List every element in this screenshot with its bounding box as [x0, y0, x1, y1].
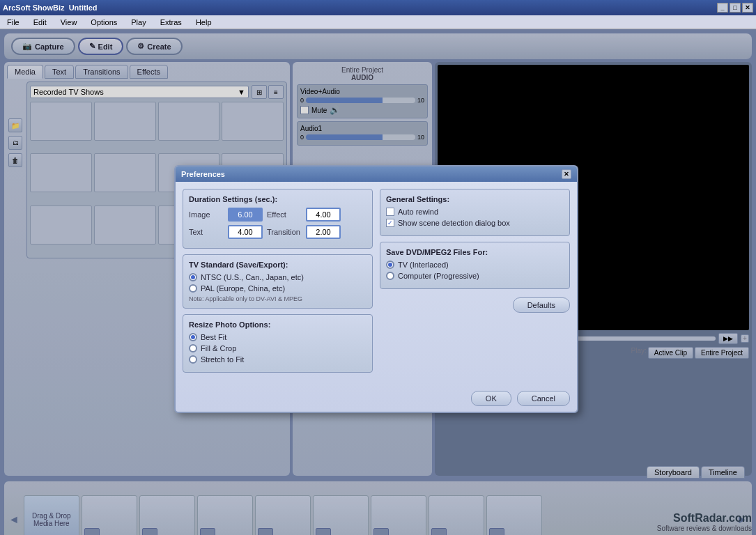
dialog-left-column: Duration Settings (sec.): Image Effect T…	[183, 189, 373, 378]
stretch-radio[interactable]	[189, 355, 197, 364]
tv-standard-section: TV Standard (Save/Export): NTSC (U.S., C…	[183, 254, 373, 309]
computer-row: Computer (Progressive)	[386, 272, 564, 280]
text-input[interactable]	[228, 225, 263, 239]
best-fit-row: Best Fit	[189, 333, 367, 341]
auto-rewind-row: Auto rewind	[386, 208, 564, 216]
best-fit-radio[interactable]	[189, 333, 197, 341]
fill-crop-radio[interactable]	[189, 344, 197, 352]
tv-interlaced-label: TV (Interlaced)	[398, 261, 449, 269]
duration-settings-title: Duration Settings (sec.):	[189, 195, 367, 203]
pal-radio[interactable]	[189, 284, 197, 293]
maximize-button[interactable]: □	[730, 3, 741, 13]
defaults-button[interactable]: Defaults	[513, 297, 570, 313]
image-label: Image	[189, 210, 224, 219]
image-row: Image Effect	[189, 208, 367, 222]
auto-rewind-label: Auto rewind	[398, 208, 438, 216]
menu-options[interactable]: Options	[86, 17, 121, 28]
dialog-title-text: Preferences	[181, 170, 225, 178]
show-scene-label: Show scene detection dialog box	[398, 219, 510, 227]
image-input[interactable]	[228, 208, 263, 222]
pal-row: PAL (Europe, China, etc)	[189, 284, 367, 293]
duration-settings-section: Duration Settings (sec.): Image Effect T…	[183, 189, 373, 249]
tv-interlaced-radio[interactable]	[386, 261, 394, 269]
pal-label: PAL (Europe, China, etc)	[201, 284, 285, 293]
menu-extras[interactable]: Extras	[156, 17, 186, 28]
resize-section: Resize Photo Options: Best Fit Fill & Cr…	[183, 314, 373, 373]
ntsc-row: NTSC (U.S., Can., Japan, etc)	[189, 273, 367, 281]
tv-note: Note: Applicable only to DV-AVI & MPEG	[189, 295, 367, 302]
effect-label: Effect	[267, 210, 302, 219]
tv-interlaced-row: TV (Interlaced)	[386, 261, 564, 269]
dialog-body: Duration Settings (sec.): Image Effect T…	[176, 182, 577, 385]
dialog-footer: OK Cancel	[176, 385, 577, 412]
defaults-row: Defaults	[380, 295, 570, 316]
app-body: 📷 Capture ✎ Edit ⚙ Create Media Text Tra…	[0, 29, 756, 535]
dialog-close-button[interactable]: ✕	[562, 169, 571, 179]
show-scene-row: ✓ Show scene detection dialog box	[386, 219, 564, 227]
computer-radio[interactable]	[386, 272, 394, 280]
app-title: ArcSoft ShowBiz	[3, 3, 65, 12]
general-settings-title: General Settings:	[386, 195, 564, 203]
auto-rewind-checkbox[interactable]	[386, 208, 394, 216]
cancel-button[interactable]: Cancel	[517, 391, 570, 406]
effect-input[interactable]	[306, 208, 341, 222]
show-scene-checkbox[interactable]: ✓	[386, 219, 394, 227]
preferences-dialog: Preferences ✕ Duration Settings (sec.): …	[174, 165, 578, 413]
fill-crop-row: Fill & Crop	[189, 344, 367, 352]
dialog-right-column: General Settings: Auto rewind ✓ Show sce…	[380, 189, 570, 378]
ntsc-radio[interactable]	[189, 273, 197, 281]
general-settings-section: General Settings: Auto rewind ✓ Show sce…	[380, 189, 570, 236]
save-dvd-section: Save DVD/MPEG2 Files For: TV (Interlaced…	[380, 242, 570, 289]
minimize-button[interactable]: _	[717, 3, 728, 13]
menu-play[interactable]: Play	[127, 17, 150, 28]
dialog-overlay: Preferences ✕ Duration Settings (sec.): …	[0, 29, 756, 535]
text-row: Text Transition	[189, 225, 367, 239]
menu-file[interactable]: File	[3, 17, 24, 28]
close-button[interactable]: ✕	[742, 3, 753, 13]
fill-crop-label: Fill & Crop	[201, 344, 236, 352]
stretch-label: Stretch to Fit	[201, 355, 244, 364]
dialog-title-bar: Preferences ✕	[176, 166, 577, 182]
stretch-row: Stretch to Fit	[189, 355, 367, 364]
tv-standard-title: TV Standard (Save/Export):	[189, 261, 367, 269]
best-fit-label: Best Fit	[201, 333, 226, 341]
text-label: Text	[189, 228, 224, 236]
menu-edit[interactable]: Edit	[29, 17, 51, 28]
title-bar: ArcSoft ShowBiz Untitled _ □ ✕	[0, 0, 756, 15]
computer-label: Computer (Progressive)	[398, 272, 479, 280]
transition-label: Transition	[267, 228, 302, 236]
ntsc-label: NTSC (U.S., Can., Japan, etc)	[201, 273, 304, 281]
ok-button[interactable]: OK	[471, 391, 511, 406]
menu-help[interactable]: Help	[192, 17, 216, 28]
resize-title: Resize Photo Options:	[189, 320, 367, 329]
transition-input[interactable]	[306, 225, 341, 239]
menu-view[interactable]: View	[56, 17, 82, 28]
menu-bar: File Edit View Options Play Extras Help	[0, 15, 756, 29]
document-title: Untitled	[69, 3, 98, 12]
save-dvd-title: Save DVD/MPEG2 Files For:	[386, 248, 564, 256]
